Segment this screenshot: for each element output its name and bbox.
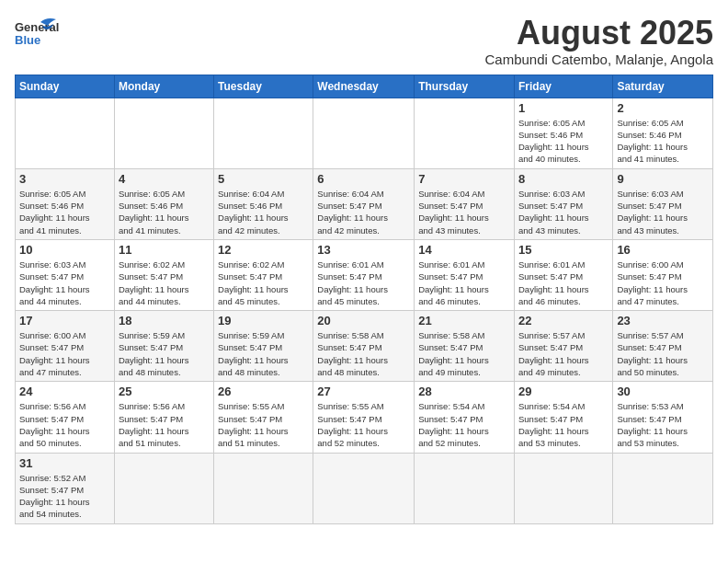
calendar-cell: 15Sunrise: 6:01 AM Sunset: 5:47 PM Dayli… <box>514 239 612 310</box>
day-info: Sunrise: 5:58 AM Sunset: 5:47 PM Dayligh… <box>418 329 510 378</box>
calendar-cell: 9Sunrise: 6:03 AM Sunset: 5:47 PM Daylig… <box>613 168 713 239</box>
day-number: 27 <box>317 385 410 398</box>
day-info: Sunrise: 5:55 AM Sunset: 5:47 PM Dayligh… <box>317 400 410 449</box>
day-number: 5 <box>218 172 309 186</box>
calendar-cell: 14Sunrise: 6:01 AM Sunset: 5:47 PM Dayli… <box>415 239 515 310</box>
day-number: 1 <box>518 101 609 115</box>
day-number: 9 <box>617 172 709 186</box>
calendar-week-row: 24Sunrise: 5:56 AM Sunset: 5:47 PM Dayli… <box>16 382 713 453</box>
day-info: Sunrise: 6:03 AM Sunset: 5:47 PM Dayligh… <box>617 188 709 236</box>
location-subtitle: Cambundi Catembo, Malanje, Angola <box>485 52 713 67</box>
day-info: Sunrise: 5:59 AM Sunset: 5:47 PM Dayligh… <box>218 329 309 378</box>
calendar-cell <box>214 98 313 168</box>
calendar-cell: 11Sunrise: 6:02 AM Sunset: 5:47 PM Dayli… <box>114 239 213 310</box>
calendar-cell: 2Sunrise: 6:05 AM Sunset: 5:46 PM Daylig… <box>613 98 713 168</box>
day-number: 2 <box>617 101 709 115</box>
calendar-cell: 5Sunrise: 6:04 AM Sunset: 5:46 PM Daylig… <box>214 168 313 239</box>
day-number: 31 <box>19 456 110 470</box>
day-info: Sunrise: 6:04 AM Sunset: 5:46 PM Dayligh… <box>218 188 309 236</box>
calendar-cell: 1Sunrise: 6:05 AM Sunset: 5:46 PM Daylig… <box>514 98 612 168</box>
day-number: 14 <box>418 243 510 257</box>
day-number: 20 <box>317 314 410 327</box>
day-number: 4 <box>119 172 210 186</box>
day-info: Sunrise: 5:55 AM Sunset: 5:47 PM Dayligh… <box>218 400 309 449</box>
calendar-cell: 6Sunrise: 6:04 AM Sunset: 5:47 PM Daylig… <box>313 168 415 239</box>
calendar-cell <box>613 453 713 523</box>
day-info: Sunrise: 6:01 AM Sunset: 5:47 PM Dayligh… <box>317 259 410 307</box>
day-info: Sunrise: 6:05 AM Sunset: 5:46 PM Dayligh… <box>19 188 110 236</box>
day-header-friday: Friday <box>514 75 612 98</box>
calendar-cell: 16Sunrise: 6:00 AM Sunset: 5:47 PM Dayli… <box>613 239 713 310</box>
calendar-cell: 24Sunrise: 5:56 AM Sunset: 5:47 PM Dayli… <box>16 382 115 453</box>
day-number: 23 <box>617 314 709 327</box>
day-info: Sunrise: 6:04 AM Sunset: 5:47 PM Dayligh… <box>317 188 410 236</box>
day-info: Sunrise: 6:04 AM Sunset: 5:47 PM Dayligh… <box>418 188 510 236</box>
svg-text:Blue: Blue <box>15 33 40 47</box>
day-number: 22 <box>518 314 609 327</box>
calendar-cell <box>114 453 213 523</box>
day-info: Sunrise: 6:00 AM Sunset: 5:47 PM Dayligh… <box>19 329 110 378</box>
calendar-cell: 31Sunrise: 5:52 AM Sunset: 5:47 PM Dayli… <box>16 453 115 523</box>
calendar-cell: 27Sunrise: 5:55 AM Sunset: 5:47 PM Dayli… <box>313 382 415 453</box>
day-info: Sunrise: 5:52 AM Sunset: 5:47 PM Dayligh… <box>19 472 110 521</box>
calendar-cell: 3Sunrise: 6:05 AM Sunset: 5:46 PM Daylig… <box>16 168 115 239</box>
calendar-cell: 26Sunrise: 5:55 AM Sunset: 5:47 PM Dayli… <box>214 382 313 453</box>
calendar-cell <box>16 98 115 168</box>
calendar-week-row: 3Sunrise: 6:05 AM Sunset: 5:46 PM Daylig… <box>16 168 713 239</box>
day-number: 6 <box>317 172 410 186</box>
day-number: 28 <box>418 385 510 398</box>
calendar-cell <box>514 453 612 523</box>
day-number: 19 <box>218 314 309 327</box>
day-info: Sunrise: 6:02 AM Sunset: 5:47 PM Dayligh… <box>119 259 210 307</box>
calendar-week-row: 17Sunrise: 6:00 AM Sunset: 5:47 PM Dayli… <box>16 311 713 382</box>
day-number: 16 <box>617 243 709 257</box>
calendar-week-row: 10Sunrise: 6:03 AM Sunset: 5:47 PM Dayli… <box>16 239 713 310</box>
day-header-saturday: Saturday <box>613 75 713 98</box>
calendar-cell <box>415 98 515 168</box>
day-info: Sunrise: 6:01 AM Sunset: 5:47 PM Dayligh… <box>418 259 510 307</box>
day-number: 8 <box>518 172 609 186</box>
day-number: 17 <box>19 314 110 327</box>
day-info: Sunrise: 6:03 AM Sunset: 5:47 PM Dayligh… <box>19 259 110 307</box>
day-header-wednesday: Wednesday <box>313 75 415 98</box>
day-info: Sunrise: 6:05 AM Sunset: 5:46 PM Dayligh… <box>119 188 210 236</box>
calendar-cell <box>114 98 213 168</box>
day-number: 25 <box>119 385 210 398</box>
calendar-cell: 22Sunrise: 5:57 AM Sunset: 5:47 PM Dayli… <box>514 311 612 382</box>
day-number: 30 <box>617 385 709 398</box>
day-info: Sunrise: 6:00 AM Sunset: 5:47 PM Dayligh… <box>617 259 709 307</box>
day-info: Sunrise: 5:56 AM Sunset: 5:47 PM Dayligh… <box>19 400 110 449</box>
day-header-tuesday: Tuesday <box>214 75 313 98</box>
calendar-cell: 30Sunrise: 5:53 AM Sunset: 5:47 PM Dayli… <box>613 382 713 453</box>
calendar-cell: 18Sunrise: 5:59 AM Sunset: 5:47 PM Dayli… <box>114 311 213 382</box>
calendar-cell: 19Sunrise: 5:59 AM Sunset: 5:47 PM Dayli… <box>214 311 313 382</box>
calendar-cell: 8Sunrise: 6:03 AM Sunset: 5:47 PM Daylig… <box>514 168 612 239</box>
day-info: Sunrise: 5:54 AM Sunset: 5:47 PM Dayligh… <box>418 400 510 449</box>
calendar-cell <box>313 98 415 168</box>
day-number: 21 <box>418 314 510 327</box>
calendar-cell: 7Sunrise: 6:04 AM Sunset: 5:47 PM Daylig… <box>415 168 515 239</box>
svg-text:General: General <box>15 20 59 34</box>
calendar-week-row: 31Sunrise: 5:52 AM Sunset: 5:47 PM Dayli… <box>16 453 713 523</box>
day-header-thursday: Thursday <box>415 75 515 98</box>
calendar-cell: 21Sunrise: 5:58 AM Sunset: 5:47 PM Dayli… <box>415 311 515 382</box>
day-info: Sunrise: 5:56 AM Sunset: 5:47 PM Dayligh… <box>119 400 210 449</box>
day-info: Sunrise: 5:59 AM Sunset: 5:47 PM Dayligh… <box>119 329 210 378</box>
page-header: General Blue August 2025 Cambundi Catemb… <box>15 15 713 67</box>
day-number: 13 <box>317 243 410 257</box>
calendar-cell: 13Sunrise: 6:01 AM Sunset: 5:47 PM Dayli… <box>313 239 415 310</box>
day-info: Sunrise: 6:01 AM Sunset: 5:47 PM Dayligh… <box>518 259 609 307</box>
calendar-table: SundayMondayTuesdayWednesdayThursdayFrid… <box>15 75 713 524</box>
title-section: August 2025 Cambundi Catembo, Malanje, A… <box>485 15 713 67</box>
day-info: Sunrise: 6:03 AM Sunset: 5:47 PM Dayligh… <box>518 188 609 236</box>
calendar-cell: 28Sunrise: 5:54 AM Sunset: 5:47 PM Dayli… <box>415 382 515 453</box>
day-number: 29 <box>518 385 609 398</box>
day-number: 11 <box>119 243 210 257</box>
logo: General Blue <box>15 15 61 55</box>
day-info: Sunrise: 5:53 AM Sunset: 5:47 PM Dayligh… <box>617 400 709 449</box>
day-number: 10 <box>19 243 110 257</box>
day-info: Sunrise: 5:57 AM Sunset: 5:47 PM Dayligh… <box>617 329 709 378</box>
logo-icon: General Blue <box>15 15 61 55</box>
day-info: Sunrise: 6:05 AM Sunset: 5:46 PM Dayligh… <box>617 117 709 166</box>
calendar-cell: 20Sunrise: 5:58 AM Sunset: 5:47 PM Dayli… <box>313 311 415 382</box>
